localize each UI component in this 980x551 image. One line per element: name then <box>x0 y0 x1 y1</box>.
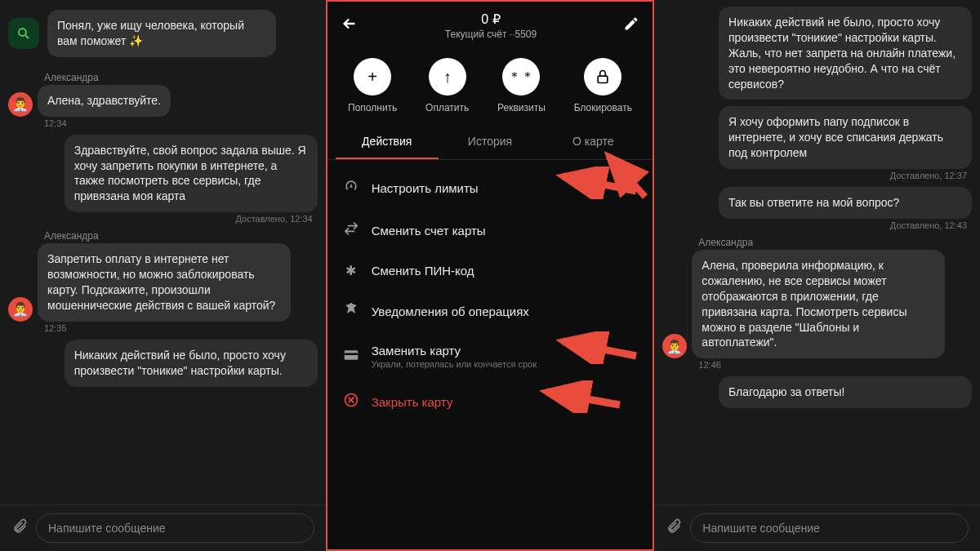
action-topup[interactable]: + Пополнить <box>348 58 397 113</box>
sender-label: Александра <box>698 237 972 248</box>
lock-icon <box>584 58 621 96</box>
bot-message-bubble: Понял, уже ищу человека, который вам пом… <box>47 10 276 57</box>
header-title: 0 ₽ Текущий счёт ··5509 <box>359 11 624 40</box>
svg-point-0 <box>19 29 26 36</box>
option-close-card[interactable]: Закрыть карту <box>327 380 653 423</box>
message-input-row: Напишите сообщение <box>0 504 326 551</box>
option-change-account[interactable]: Сменить счет карты <box>327 209 653 251</box>
arrow-up-icon: ↑ <box>429 58 466 96</box>
avatar: 👨‍💼 <box>662 334 687 358</box>
action-pay[interactable]: ↑ Оплатить <box>425 58 469 113</box>
search-button[interactable] <box>8 18 39 49</box>
avatar: 👨‍💼 <box>8 297 33 322</box>
chat-body: Никаких действий не было, просто хочу пр… <box>654 0 980 504</box>
avatar: 👨‍💼 <box>8 92 33 117</box>
message-out: Благодарю за ответы! <box>662 376 972 408</box>
sender-label: Александра <box>44 72 318 83</box>
attach-icon[interactable] <box>11 518 28 539</box>
search-icon <box>16 26 31 41</box>
message-input-row: Напишите сообщение <box>654 504 980 551</box>
chat-body: Александра 👨‍💼 Алена, здравствуйте. 12:3… <box>0 60 326 504</box>
message-input[interactable]: Напишите сообщение <box>36 513 314 543</box>
message-in: 👨‍💼 Алена, проверила информацию, к сожал… <box>662 250 972 370</box>
tab-actions[interactable]: Действия <box>336 125 439 159</box>
svg-line-1 <box>25 35 29 38</box>
gauge-icon <box>342 178 360 198</box>
option-notifications[interactable]: Уведомления об операциях <box>327 290 653 332</box>
message-in: 👨‍💼 Запретить оплату в интернете нет воз… <box>8 243 318 333</box>
svg-rect-2 <box>598 76 608 82</box>
message-in: 👨‍💼 Алена, здравствуйте. 12:34 <box>8 85 318 128</box>
option-limits[interactable]: Настроить лимиты <box>327 167 653 209</box>
options-list: Настроить лимиты Сменить счет карты ✱ См… <box>327 160 653 429</box>
tab-about[interactable]: О карте <box>541 125 644 159</box>
attach-icon[interactable] <box>666 518 682 539</box>
bot-message-row: Понял, уже ищу человека, который вам пом… <box>0 0 326 60</box>
message-input[interactable]: Напишите сообщение <box>690 513 969 543</box>
message-out: Никаких действий не было, просто хочу пр… <box>8 340 318 387</box>
bell-icon <box>342 301 360 321</box>
close-icon <box>342 392 360 411</box>
message-out: Здравствуйте, свой вопрос задала выше. Я… <box>8 135 318 224</box>
quick-actions: + Пополнить ↑ Оплатить ＊＊ Реквизиты Блок… <box>327 43 653 125</box>
edit-icon[interactable] <box>623 16 639 36</box>
message-out: Так вы ответите на мой вопрос? Доставлен… <box>662 187 972 230</box>
asterisks-icon: ＊＊ <box>502 58 540 96</box>
swap-icon <box>342 220 360 240</box>
tabs: Действия История О карте <box>327 125 653 160</box>
action-requisites[interactable]: ＊＊ Реквизиты <box>497 58 546 113</box>
option-change-pin[interactable]: ✱ Сменить ПИН-код <box>327 251 653 290</box>
message-out: Я хочу оформить папу подписок в интернет… <box>662 106 972 180</box>
option-replace-card[interactable]: Заменить карту Украли, потерялась или ко… <box>327 332 653 380</box>
plus-icon: + <box>354 58 391 96</box>
card-header: 0 ₽ Текущий счёт ··5509 <box>327 2 653 43</box>
message-out: Никаких действий не было, просто хочу пр… <box>662 7 972 100</box>
chat-panel-left: Понял, уже ищу человека, который вам пом… <box>0 0 326 551</box>
chat-panel-right: Никаких действий не было, просто хочу пр… <box>654 0 980 551</box>
sender-label: Александра <box>44 230 318 242</box>
tab-history[interactable]: История <box>439 125 541 159</box>
action-block[interactable]: Блокировать <box>574 58 632 113</box>
card-settings-panel: 0 ₽ Текущий счёт ··5509 + Пополнить ↑ Оп… <box>326 0 655 551</box>
svg-rect-6 <box>344 353 358 355</box>
back-arrow-icon[interactable] <box>341 15 359 37</box>
asterisk-icon: ✱ <box>342 263 360 278</box>
card-icon <box>342 347 360 367</box>
